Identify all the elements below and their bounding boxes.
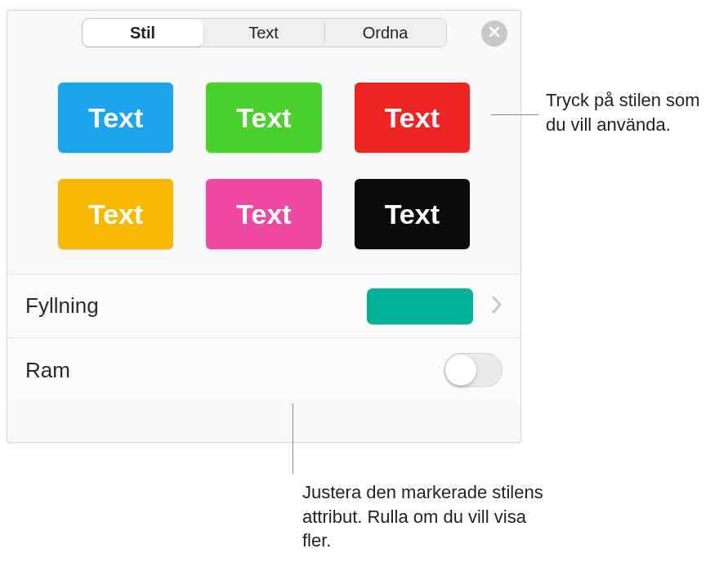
format-panel: Stil Text Ordna Text Text Text: [7, 10, 521, 443]
panel-header: Stil Text Ordna: [7, 11, 520, 55]
swatch-label: Text: [385, 199, 440, 230]
swatch-label: Text: [88, 102, 143, 134]
close-button[interactable]: [481, 20, 507, 47]
style-swatch-area: Text Text Text Text Text Text: [7, 55, 520, 274]
tab-ordna[interactable]: Ordna: [325, 19, 446, 47]
style-swatch[interactable]: Text: [206, 179, 321, 249]
attribute-rows: Fyllning Ram: [7, 274, 520, 402]
swatch-label: Text: [236, 102, 291, 134]
frame-label: Ram: [25, 358, 444, 383]
close-icon: [489, 26, 500, 41]
style-swatch[interactable]: Text: [58, 83, 173, 153]
fill-row[interactable]: Fyllning: [7, 274, 520, 338]
style-swatch[interactable]: Text: [355, 179, 470, 249]
callout-top: Tryck på stilen som du vill använda.: [546, 88, 717, 136]
toggle-knob: [445, 355, 476, 386]
tabs-segmented-control: Stil Text Ordna: [82, 18, 447, 47]
style-swatch[interactable]: Text: [58, 179, 173, 249]
style-swatch[interactable]: Text: [355, 83, 470, 153]
tab-ordna-label: Ordna: [363, 24, 409, 42]
callout-leader-line: [293, 404, 293, 474]
style-swatch-grid: Text Text Text Text Text Text: [58, 83, 470, 249]
callout-bottom: Justera den markerade stilens attribut. …: [302, 480, 547, 553]
tab-stil-label: Stil: [130, 24, 155, 42]
callout-leader-line: [491, 114, 538, 115]
tab-stil[interactable]: Stil: [83, 19, 203, 47]
fill-color-swatch[interactable]: [367, 288, 473, 324]
frame-row: Ram: [7, 338, 520, 402]
swatch-label: Text: [385, 102, 440, 134]
style-swatch[interactable]: Text: [206, 83, 321, 153]
tab-text[interactable]: Text: [203, 19, 324, 47]
swatch-label: Text: [88, 199, 143, 230]
fill-label: Fyllning: [25, 293, 367, 319]
swatch-label: Text: [236, 199, 291, 230]
chevron-right-icon: [491, 296, 502, 317]
tab-text-label: Text: [248, 24, 279, 42]
frame-toggle[interactable]: [444, 353, 502, 387]
